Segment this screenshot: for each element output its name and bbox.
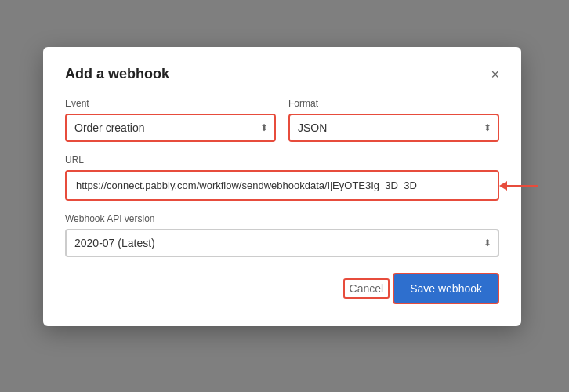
arrow-line xyxy=(507,185,538,187)
api-version-select[interactable]: 2020-07 (Latest) xyxy=(65,229,499,257)
cancel-button[interactable]: Cancel xyxy=(350,282,384,295)
format-select-wrapper: JSON xyxy=(288,114,499,142)
arrow-head-icon xyxy=(499,181,507,191)
cancel-wrapper: Cancel xyxy=(350,281,384,296)
format-group: Format JSON xyxy=(288,98,499,142)
event-format-row: Event Order creation Format JSON xyxy=(65,98,499,142)
event-select-wrapper: Order creation xyxy=(65,114,276,142)
save-webhook-button[interactable]: Save webhook xyxy=(393,273,499,304)
add-webhook-modal: Add a webhook × Event Order creation For… xyxy=(43,47,521,326)
format-label: Format xyxy=(288,98,499,109)
modal-title: Add a webhook xyxy=(65,66,169,82)
modal-footer: Cancel Save webhook xyxy=(65,273,499,304)
close-button[interactable]: × xyxy=(491,67,499,82)
arrow-annotation xyxy=(499,181,538,191)
api-version-group: Webhook API version 2020-07 (Latest) xyxy=(65,213,499,257)
format-select[interactable]: JSON xyxy=(288,114,499,142)
event-group: Event Order creation xyxy=(65,98,276,142)
api-version-label: Webhook API version xyxy=(65,213,499,224)
url-label: URL xyxy=(65,154,499,165)
event-select[interactable]: Order creation xyxy=(65,114,276,142)
modal-header: Add a webhook × xyxy=(65,66,499,82)
url-field-wrapper xyxy=(65,170,499,201)
url-input[interactable] xyxy=(65,170,499,201)
url-group: URL xyxy=(65,154,499,201)
api-version-select-wrapper: 2020-07 (Latest) xyxy=(65,229,499,257)
event-label: Event xyxy=(65,98,276,109)
